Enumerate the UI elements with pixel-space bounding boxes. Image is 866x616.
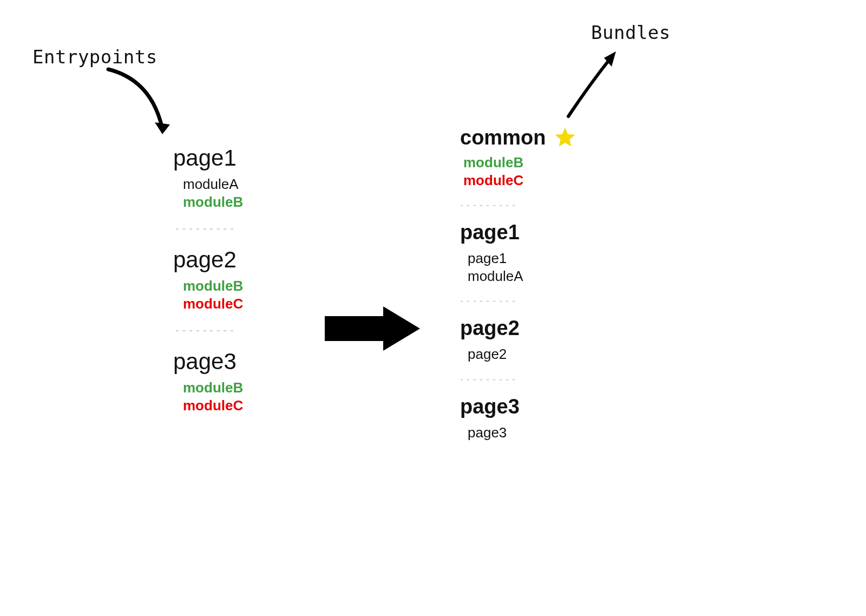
transform-arrow-icon [325, 304, 422, 355]
entrypoint-group-page1: page1 moduleA moduleB [173, 145, 243, 211]
module-item: moduleB [460, 154, 577, 172]
module-item: moduleC [460, 172, 577, 189]
module-item: moduleB [173, 379, 243, 397]
bundle-title: page1 [460, 221, 577, 244]
divider: --------- [175, 222, 243, 235]
entrypoint-group-page3: page3 moduleB moduleC [173, 349, 243, 414]
divider: --------- [460, 200, 577, 211]
module-item: moduleB [173, 193, 243, 211]
entrypoint-title: page3 [173, 349, 243, 375]
module-item: moduleC [173, 397, 243, 415]
arrow-entrypoints-icon [103, 64, 189, 147]
entrypoint-title: page2 [173, 247, 243, 273]
module-item: page2 [460, 345, 577, 363]
svg-marker-0 [155, 122, 170, 134]
bundle-title: page3 [460, 395, 577, 418]
module-item: page3 [460, 424, 577, 442]
svg-marker-2 [325, 306, 420, 351]
bundle-group-page2: page2 page2 [460, 317, 577, 363]
module-item: moduleA [173, 175, 243, 193]
module-item: moduleA [460, 267, 577, 285]
star-icon [553, 126, 577, 149]
bundle-group-common: common moduleB moduleC [460, 126, 577, 189]
entrypoints-column: page1 moduleA moduleB --------- page2 mo… [173, 145, 243, 425]
entrypoint-group-page2: page2 moduleB moduleC [173, 247, 243, 312]
bundle-group-page1: page1 page1 moduleA [460, 221, 577, 285]
entrypoint-title: page1 [173, 145, 243, 171]
divider: --------- [175, 324, 243, 337]
bundle-group-page3: page3 page3 [460, 395, 577, 442]
bundle-title: common [460, 126, 546, 149]
label-bundles: Bundles [591, 22, 671, 43]
arrow-bundles-icon [557, 46, 633, 124]
divider: --------- [460, 296, 577, 307]
module-item: moduleC [173, 295, 243, 313]
module-item: moduleB [173, 277, 243, 295]
divider: --------- [460, 374, 577, 385]
bundle-title: page2 [460, 317, 577, 340]
bundles-column: common moduleB moduleC --------- page1 p… [460, 126, 577, 452]
module-item: page1 [460, 250, 577, 267]
